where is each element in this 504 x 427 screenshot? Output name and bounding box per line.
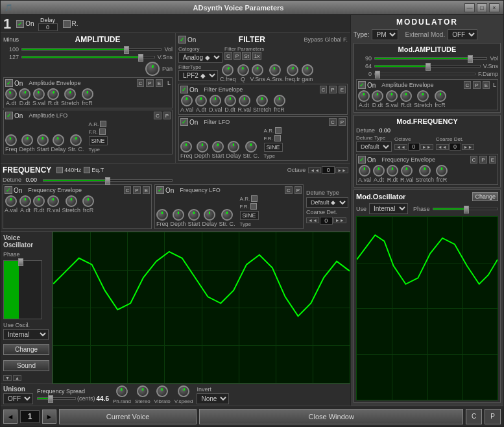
freq-440-check[interactable]	[56, 167, 63, 173]
filter-lfo-on[interactable]	[180, 118, 188, 126]
mod-coarse-dec[interactable]: ◄◄	[436, 144, 449, 150]
amp-lfo-strc-knob[interactable]	[69, 134, 82, 147]
mod-amp-env-p[interactable]: P	[473, 81, 480, 89]
filter-1x-btn[interactable]: 1x	[252, 52, 261, 60]
freq-lfo-ar-check[interactable]	[251, 195, 258, 202]
p-btn[interactable]: P	[485, 409, 501, 424]
filter-lfo-freq[interactable]	[180, 141, 192, 152]
freq-env-c[interactable]: C	[124, 186, 132, 194]
filter-category-select[interactable]: Analog ◆	[178, 52, 222, 63]
filter-lfo-start[interactable]	[212, 141, 224, 152]
sound-next[interactable]: ▲	[13, 375, 21, 381]
amp-lfo-c[interactable]: C	[154, 112, 162, 119]
filter-env-c[interactable]: C	[320, 86, 328, 93]
amp-env-on[interactable]	[5, 79, 13, 87]
mod-fdamp-slider[interactable]	[374, 73, 475, 75]
filter-lfo-strc[interactable]	[245, 141, 257, 152]
filter-env-ddt[interactable]	[224, 95, 236, 106]
mod-freq-env-p[interactable]: P	[479, 156, 486, 164]
pan-knob[interactable]	[144, 60, 160, 77]
osc-use-select[interactable]: Internal	[3, 329, 49, 340]
freq-env-rval[interactable]	[47, 195, 59, 207]
freq-env-p[interactable]: P	[133, 186, 140, 194]
v-speed-knob[interactable]	[176, 384, 191, 398]
sound-prev[interactable]: ▼	[3, 375, 12, 381]
freq-env-stretch[interactable]	[66, 195, 77, 207]
mod-amp-env-rdt[interactable]	[400, 90, 412, 102]
freq-detune-slider[interactable]	[43, 179, 173, 182]
close-window-btn[interactable]: Close Window	[199, 409, 463, 424]
mod-ext-select[interactable]: OFF	[448, 29, 477, 40]
amp-env-frcr-knob[interactable]	[81, 88, 94, 101]
filter-c-btn[interactable]: C	[224, 52, 232, 60]
filter-env-stretch[interactable]	[256, 95, 268, 106]
freq-lfo-start[interactable]	[188, 209, 200, 221]
freq-env-rdt[interactable]	[33, 195, 45, 207]
filter-lfo-shape[interactable]: SINE	[264, 143, 283, 152]
amp-env-rdt-knob[interactable]	[46, 87, 60, 101]
mod-amp-env-frcr[interactable]	[435, 90, 446, 102]
filter-env-dval[interactable]	[210, 95, 221, 106]
osc-phase-slider[interactable]	[3, 260, 42, 319]
amp-env-p[interactable]: P	[146, 79, 153, 87]
mod-freq-env-on[interactable]	[358, 156, 366, 164]
filter-st-btn[interactable]: St	[242, 52, 251, 60]
ph-rand-knob[interactable]	[115, 385, 129, 398]
freq-detune-type-select[interactable]: Default ◆	[306, 197, 348, 208]
freq-env-on[interactable]	[5, 186, 12, 194]
freq-lfo-freq[interactable]	[156, 209, 168, 221]
filter-vsns-knob[interactable]	[251, 64, 264, 77]
filter-env-p[interactable]: P	[329, 86, 336, 93]
mod-coarse-inc[interactable]: ►►	[462, 144, 475, 150]
mod-freq-env-c[interactable]: C	[470, 156, 478, 164]
mod-osc-change-btn[interactable]: Change	[472, 192, 498, 201]
mod-amp-env-e[interactable]: E	[483, 81, 490, 89]
freq-env-e[interactable]: E	[143, 186, 150, 194]
c-btn[interactable]: C	[466, 409, 482, 424]
next-voice-btn[interactable]: ►	[42, 409, 56, 424]
filter-env-on[interactable]	[180, 86, 188, 93]
voice-on-check[interactable]	[16, 20, 24, 28]
filter-env-e[interactable]: E	[339, 86, 346, 93]
mod-oct-inc[interactable]: ►►	[420, 144, 433, 150]
freq-env-adt[interactable]	[19, 195, 31, 207]
freq-spread-slider[interactable]	[37, 397, 76, 400]
filter-on[interactable]	[178, 36, 186, 43]
invert-select[interactable]: None	[197, 393, 229, 404]
mod-amp-env-ddt[interactable]	[372, 90, 383, 102]
delay-value[interactable]: 0	[38, 23, 58, 31]
r-checkbox[interactable]: R.	[63, 20, 78, 28]
filter-freqtr-knob[interactable]	[285, 63, 300, 77]
freq-lfo-on[interactable]	[156, 186, 164, 194]
filter-lfo-fr-check[interactable]	[274, 135, 281, 141]
current-voice-btn[interactable]: Current Voice	[59, 409, 197, 424]
stereo-knob[interactable]	[136, 385, 149, 398]
amp-lfo-start-knob[interactable]	[36, 134, 49, 147]
mod-vsns-slider[interactable]	[374, 65, 481, 67]
amp-lfo-shape[interactable]: SINE	[89, 136, 108, 145]
mod-type-select[interactable]: PM FM AM	[372, 29, 398, 40]
filter-q-knob[interactable]	[236, 64, 250, 77]
mod-freq-env-adt[interactable]	[373, 165, 385, 177]
mod-osc-phase-slider[interactable]	[433, 208, 498, 210]
amp-env-stretch-knob[interactable]	[64, 88, 77, 101]
amp-lfo-ar-check[interactable]	[100, 121, 106, 127]
filter-env-adt[interactable]	[195, 95, 207, 106]
mod-amp-env-sval[interactable]	[386, 90, 398, 102]
freq-lfo-depth[interactable]	[173, 209, 184, 221]
freq-eqt-check[interactable]	[84, 167, 90, 173]
freq-lfo-strc[interactable]	[221, 209, 233, 221]
freq-coarse-dec[interactable]: ◄◄	[306, 217, 319, 223]
mod-amp-env-adt[interactable]	[358, 90, 370, 102]
filter-lfo-c[interactable]: C	[329, 118, 337, 126]
vol-slider[interactable]	[21, 48, 162, 51]
amp-env-c[interactable]: C	[137, 79, 145, 87]
filter-lfo-p[interactable]: P	[339, 118, 346, 126]
amp-lfo-delay-knob[interactable]	[51, 133, 66, 147]
freq-lfo-p[interactable]: P	[294, 186, 302, 194]
amp-lfo-fr-check[interactable]	[99, 128, 106, 135]
filter-lfo-depth[interactable]	[197, 141, 208, 152]
unison-select[interactable]: OFF 2 3	[3, 393, 33, 404]
filter-env-frcr[interactable]	[274, 95, 285, 106]
freq-env-frcr[interactable]	[82, 195, 94, 207]
